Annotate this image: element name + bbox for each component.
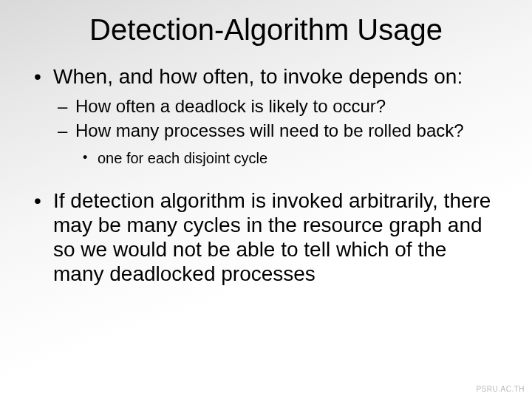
bullet-item: one for each disjoint cycle: [75, 149, 502, 168]
spacer: [30, 175, 502, 188]
bullet-item: If detection algorithm is invoked arbitr…: [30, 188, 502, 286]
bullet-text: How often a deadlock is likely to occur?: [75, 96, 386, 116]
bullet-list-level1: When, and how often, to invoke depends o…: [30, 64, 502, 168]
bullet-text: one for each disjoint cycle: [98, 150, 267, 166]
bullet-item: How many processes will need to be rolle…: [53, 120, 502, 168]
bullet-list-level3: one for each disjoint cycle: [75, 149, 502, 168]
bullet-item: How often a deadlock is likely to occur?: [53, 96, 502, 117]
bullet-list-level1: If detection algorithm is invoked arbitr…: [30, 188, 502, 286]
bullet-item: When, and how often, to invoke depends o…: [30, 64, 502, 168]
bullet-text: When, and how often, to invoke depends o…: [53, 65, 463, 88]
bullet-text: How many processes will need to be rolle…: [75, 120, 464, 140]
bullet-list-level2: How often a deadlock is likely to occur?…: [53, 96, 502, 168]
slide: Detection-Algorithm Usage When, and how …: [0, 0, 532, 399]
watermark: PSRU.AC.TH: [476, 385, 525, 393]
bullet-text: If detection algorithm is invoked arbitr…: [53, 189, 491, 285]
slide-title: Detection-Algorithm Usage: [0, 0, 532, 54]
slide-body: When, and how often, to invoke depends o…: [0, 54, 532, 286]
